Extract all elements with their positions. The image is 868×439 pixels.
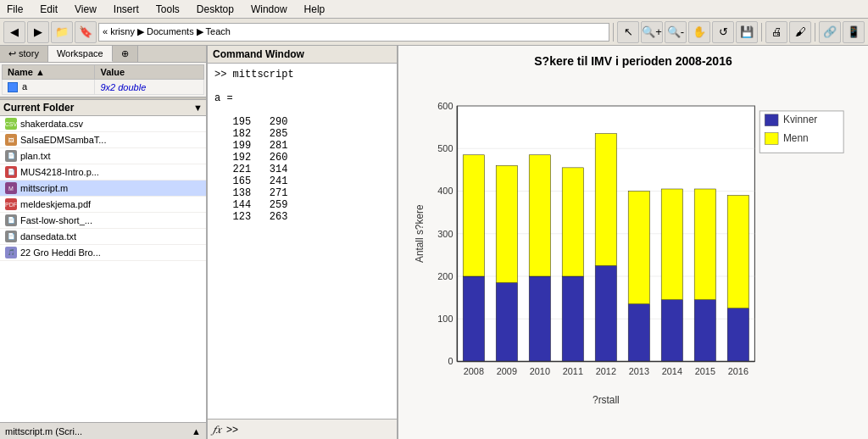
list-item[interactable]: 🎵 22 Gro Heddi Bro... [0,245,206,261]
svg-text:2008: 2008 [464,366,484,376]
file-icon: 🖼 [5,134,17,146]
path-bar[interactable]: « krisny ▶ Documents ▶ Teach [98,23,609,42]
list-item[interactable]: CSV shakerdata.csv [0,116,206,132]
folder-options-icon[interactable]: ▼ [193,103,203,113]
table-row[interactable]: a 9x2 double [3,80,204,95]
svg-rect-24 [562,276,583,362]
file-name: plan.txt [20,151,50,161]
file-icon: M [5,182,17,194]
file-name: dansedata.txt [20,231,76,242]
svg-text:Kvinner: Kvinner [783,114,817,125]
zoom-in-button[interactable]: 🔍+ [641,21,663,43]
command-window-content[interactable]: >> mittscript a = 195 290 182 285 199 28… [208,64,397,419]
left-panel: ↩ story Workspace ⊕ Name ▲ Value [0,46,208,439]
svg-text:100: 100 [437,314,453,324]
list-item[interactable]: M mittscript.m [0,181,206,197]
pointer-tool[interactable]: ↖ [617,21,639,43]
svg-text:400: 400 [437,186,453,196]
menu-tools[interactable]: Tools [153,3,183,15]
path-text: « krisny ▶ Documents ▶ Teach [103,26,231,37]
tablet-button[interactable]: 📱 [843,21,865,43]
svg-rect-18 [496,283,517,362]
bottom-status: mittscript.m (Scri... ▲ [0,422,206,439]
menu-view[interactable]: View [71,3,100,15]
file-icon: 📄 [5,166,17,178]
menu-file[interactable]: File [3,3,26,15]
svg-rect-45 [765,114,778,126]
tab-workspace[interactable]: Workspace [48,46,113,62]
brush-button[interactable]: 🖌 [789,21,811,43]
bar-chart: 0100200300400500600200820092010201120122… [411,75,855,431]
svg-rect-28 [595,134,616,266]
tab-history[interactable]: ↩ story [0,46,48,62]
status-text: mittscript.m (Scri... [5,426,82,436]
svg-text:2014: 2014 [662,366,682,376]
menu-bar: File Edit View Insert Tools Desktop Wind… [0,0,868,19]
chart-wrapper: 0100200300400500600200820092010201120122… [411,75,855,431]
svg-rect-15 [463,276,484,362]
svg-rect-40 [727,196,748,308]
status-arrow-icon[interactable]: ▲ [192,426,201,436]
zoom-out-button[interactable]: 🔍- [665,21,687,43]
file-name: SalsaEDMSambaT... [20,135,106,145]
file-name: shakerdata.csv [20,119,83,129]
list-item[interactable]: 📄 Fast-low-short_... [0,213,206,229]
back-button[interactable]: ◀ [3,21,25,43]
file-name: MUS4218-Intro.p... [20,167,99,177]
main-area: ↩ story Workspace ⊕ Name ▲ Value [0,46,868,439]
col-value-header[interactable]: Value [95,65,204,80]
file-icon: 📄 [5,150,17,162]
bookmark-button[interactable]: 🔖 [75,21,97,43]
menu-desktop[interactable]: Desktop [193,3,237,15]
right-panel: S?kere til IMV i perioden 2008-2016 0100… [398,46,868,439]
svg-text:Menn: Menn [783,132,809,144]
cmd-prompt-text[interactable]: >> [226,424,238,436]
svg-text:0: 0 [448,356,453,366]
command-prompt-bar: 𝑓𝑥 >> [208,419,397,439]
col-name-header[interactable]: Name ▲ [3,65,95,80]
menu-help[interactable]: Help [301,3,329,15]
fx-icon: 𝑓𝑥 [213,423,221,436]
variable-icon [8,82,18,92]
tab-expand[interactable]: ⊕ [113,46,138,62]
list-item[interactable]: 📄 MUS4218-Intro.p... [0,164,206,181]
svg-rect-36 [694,300,715,362]
file-icon: 📄 [5,231,17,242]
command-window-title: Command Window [208,46,397,64]
svg-text:2016: 2016 [728,366,748,376]
save-plot-button[interactable]: 💾 [736,21,758,43]
list-item[interactable]: 📄 plan.txt [0,148,206,164]
file-icon: 🎵 [5,247,17,258]
workspace-table: Name ▲ Value a 9x2 double [2,64,204,95]
list-item[interactable]: PDF meldeskjema.pdf [0,197,206,213]
svg-rect-22 [529,155,550,276]
svg-rect-27 [595,265,616,361]
middle-panel: Command Window >> mittscript a = 195 290… [208,46,398,439]
menu-window[interactable]: Window [248,3,291,15]
file-icon: 📄 [5,214,17,226]
file-icon: CSV [5,118,17,130]
menu-insert[interactable]: Insert [110,3,142,15]
rotate-button[interactable]: ↺ [712,21,734,43]
pan-button[interactable]: ✋ [688,21,710,43]
svg-rect-34 [661,189,682,300]
chart-area: S?kere til IMV i perioden 2008-2016 0100… [398,46,868,439]
file-icon: PDF [5,198,17,210]
print-button[interactable]: 🖨 [765,21,787,43]
svg-text:2015: 2015 [695,366,715,376]
folder-title: Current Folder [3,102,74,114]
svg-text:2010: 2010 [530,366,550,376]
folder-list: CSV shakerdata.csv 🖼 SalsaEDMSambaT... 📄… [0,116,206,422]
list-item[interactable]: 🖼 SalsaEDMSambaT... [0,132,206,148]
file-name: 22 Gro Heddi Bro... [20,247,101,258]
svg-text:2013: 2013 [629,366,649,376]
chart-title: S?kere til IMV i perioden 2008-2016 [534,54,732,68]
svg-rect-19 [496,165,517,282]
menu-edit[interactable]: Edit [36,3,61,15]
link-button[interactable]: 🔗 [819,21,841,43]
list-item[interactable]: 📄 dansedata.txt [0,229,206,245]
forward-button[interactable]: ▶ [27,21,49,43]
var-value: 9x2 double [100,82,146,92]
svg-text:2012: 2012 [596,366,616,376]
browse-button[interactable]: 📁 [51,21,73,43]
